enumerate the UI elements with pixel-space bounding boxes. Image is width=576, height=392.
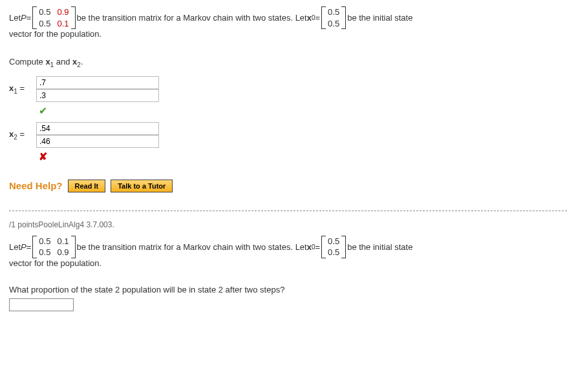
q2-problem-line: Let P = 0.5 0.1 0.5 0.9 be the transitio… bbox=[9, 236, 567, 258]
need-help-row: Need Help? Read It Talk to a Tutor bbox=[9, 180, 567, 192]
cross-icon: ✘ bbox=[39, 151, 47, 162]
matrix-P: 0.5 0.9 0.5 0.1 bbox=[32, 6, 75, 29]
matrix-P-q2: 0.5 0.1 0.5 0.9 bbox=[32, 236, 75, 258]
x1-correct-mark: ✔ bbox=[39, 105, 567, 117]
matrix-cell: 0.1 bbox=[57, 236, 69, 247]
vector-cell: 0.5 bbox=[328, 18, 339, 30]
text-eq: = bbox=[27, 13, 32, 23]
text-let: Let bbox=[9, 13, 21, 23]
vector-x0-q2: 0.5 0.5 bbox=[321, 236, 346, 258]
text-tail: be the initial state bbox=[347, 242, 412, 252]
text-eq2: = bbox=[315, 13, 321, 23]
check-icon: ✔ bbox=[39, 105, 47, 116]
talk-to-tutor-button[interactable]: Talk to a Tutor bbox=[111, 180, 173, 192]
points-line: /1 pointsPooleLinAlg4 3.7.003. bbox=[9, 220, 567, 229]
text-eq: = bbox=[27, 242, 32, 252]
vector-x0: 0.5 0.5 bbox=[321, 6, 346, 29]
x2-incorrect-mark: ✘ bbox=[39, 150, 567, 163]
var-P: P bbox=[21, 13, 27, 23]
vector-cell: 0.5 bbox=[328, 247, 339, 258]
q1-problem-line: Let P = 0.5 0.9 0.5 0.1 be the transitio… bbox=[9, 6, 567, 29]
x2-input-2[interactable] bbox=[36, 135, 159, 148]
vector-cell: 0.5 bbox=[328, 236, 339, 247]
matrix-cell: 0.5 bbox=[39, 236, 50, 247]
text-let: Let bbox=[9, 242, 21, 252]
x2-label: x2 = bbox=[9, 129, 36, 141]
q1-line2: vector for the population. bbox=[9, 29, 567, 39]
matrix-cell: 0.5 bbox=[39, 18, 50, 30]
x1-input-2[interactable] bbox=[36, 89, 159, 102]
x1-row: x1 = bbox=[9, 76, 567, 102]
matrix-cell: 0.9 bbox=[57, 6, 69, 18]
var-x: x bbox=[307, 242, 312, 252]
text-mid: be the transition matrix for a Markov ch… bbox=[77, 242, 307, 252]
matrix-cell: 0.5 bbox=[39, 6, 50, 18]
q2-answer-input[interactable] bbox=[9, 298, 74, 311]
read-it-button[interactable]: Read It bbox=[68, 180, 106, 192]
compute-instruction: Compute x1 and x2. bbox=[9, 57, 567, 68]
q2-line2: vector for the population. bbox=[9, 258, 567, 268]
var-P: P bbox=[21, 242, 27, 252]
vector-cell: 0.5 bbox=[328, 6, 339, 18]
need-help-label: Need Help? bbox=[9, 180, 63, 191]
matrix-cell: 0.1 bbox=[57, 18, 69, 30]
text-mid: be the transition matrix for a Markov ch… bbox=[77, 13, 307, 23]
matrix-cell: 0.5 bbox=[39, 247, 50, 258]
x2-row: x2 = bbox=[9, 122, 567, 148]
question-divider bbox=[9, 211, 567, 211]
x1-input-1[interactable] bbox=[36, 76, 159, 89]
q2-question-text: What proportion of the state 2 populatio… bbox=[9, 285, 567, 294]
text-tail: be the initial state bbox=[347, 13, 412, 23]
text-eq2: = bbox=[315, 242, 321, 252]
x1-label: x1 = bbox=[9, 83, 36, 95]
matrix-cell: 0.9 bbox=[57, 247, 69, 258]
var-x: x bbox=[307, 13, 312, 23]
x2-input-1[interactable] bbox=[36, 122, 159, 135]
